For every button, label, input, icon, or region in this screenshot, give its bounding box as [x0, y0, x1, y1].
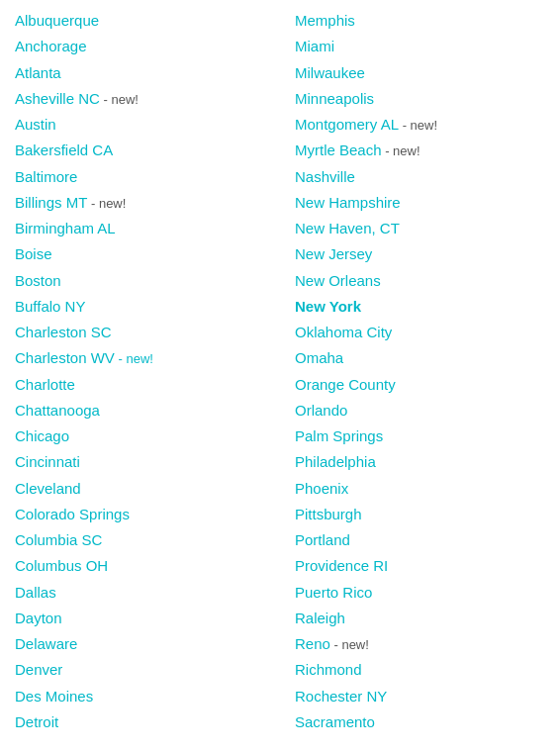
city-link[interactable]: Cleveland [15, 476, 265, 502]
city-name: Boise [15, 245, 52, 262]
city-link[interactable]: Denver [15, 657, 265, 683]
city-link[interactable]: Myrtle Beach - new! [295, 138, 545, 163]
city-link[interactable]: Detroit [15, 709, 265, 735]
city-name: Cleveland [15, 480, 81, 497]
city-link[interactable]: Charleston WV - new! [15, 345, 265, 371]
city-link[interactable]: Milwaukee [295, 60, 545, 86]
city-link[interactable]: New York [295, 294, 545, 320]
city-name: New York [295, 298, 361, 315]
city-link[interactable]: Miami [295, 34, 545, 59]
city-link[interactable]: Reno - new! [295, 631, 545, 657]
city-name: Dallas [15, 584, 56, 601]
city-link[interactable]: Charleston SC [15, 320, 265, 345]
city-link[interactable]: Orange County [295, 372, 545, 398]
city-link[interactable]: Baltimore [15, 164, 265, 190]
city-link[interactable]: Austin [15, 112, 265, 138]
city-link[interactable]: Colorado Springs [15, 502, 265, 527]
city-link[interactable]: Oklahoma City [295, 320, 545, 345]
city-link[interactable]: Richmond [295, 657, 545, 683]
city-link[interactable]: Puerto Rico [295, 580, 545, 606]
city-name: Cincinnati [15, 453, 80, 470]
city-link[interactable]: Chattanooga [15, 398, 265, 424]
city-name: Orange County [295, 376, 396, 393]
city-name: Miami [295, 38, 334, 54]
new-badge: - new! [100, 92, 139, 107]
city-link[interactable]: Orlando [295, 398, 545, 424]
city-name: Charleston SC [15, 324, 112, 340]
city-link[interactable]: New Orleans [295, 268, 545, 294]
city-name: Des Moines [15, 688, 93, 705]
city-link[interactable]: Albuquerque [15, 8, 265, 34]
city-link[interactable]: Buffalo NY [15, 294, 265, 320]
city-name: Myrtle Beach [295, 141, 382, 158]
city-name: Rochester NY [295, 688, 387, 705]
city-link[interactable]: Rochester NY [295, 684, 545, 709]
city-link[interactable]: Montgomery AL - new! [295, 112, 545, 138]
city-link[interactable]: Phoenix [295, 476, 545, 502]
city-link[interactable]: New Haven, CT [295, 216, 545, 241]
new-badge: - new! [399, 118, 437, 133]
city-link[interactable]: Palm Springs [295, 424, 545, 449]
city-name: Providence RI [295, 557, 388, 574]
city-link[interactable]: Delaware [15, 631, 265, 657]
city-link[interactable]: Des Moines [15, 684, 265, 709]
city-link[interactable]: Columbia SC [15, 527, 265, 553]
city-link[interactable]: Boston [15, 268, 265, 294]
city-name: Montgomery AL [295, 116, 399, 133]
city-link[interactable]: Sacramento [295, 709, 545, 735]
city-name: Austin [15, 116, 56, 133]
city-name: Omaha [295, 349, 343, 366]
city-name: Denver [15, 661, 62, 678]
city-link[interactable]: Bakersfield CA [15, 138, 265, 163]
city-link[interactable]: Asheville NC - new! [15, 86, 265, 112]
city-link[interactable]: Omaha [295, 345, 545, 371]
city-name: Buffalo NY [15, 298, 85, 315]
city-link[interactable]: Billings MT - new! [15, 190, 265, 216]
city-link[interactable]: Charlotte [15, 372, 265, 398]
city-link[interactable]: Nashville [295, 164, 545, 190]
city-link[interactable]: Portland [295, 527, 545, 553]
city-name: Portland [295, 531, 350, 548]
city-name: Billings MT [15, 194, 87, 211]
city-name: New Haven, CT [295, 220, 400, 236]
city-link[interactable]: New Jersey [295, 241, 545, 267]
city-name: Boston [15, 272, 61, 289]
city-link[interactable]: Pittsburgh [295, 502, 545, 527]
city-name: Minneapolis [295, 90, 374, 107]
city-name: Milwaukee [295, 64, 365, 81]
city-link[interactable]: Atlanta [15, 60, 265, 86]
city-link[interactable]: Raleigh [295, 606, 545, 631]
city-link[interactable]: Birmingham AL [15, 216, 265, 241]
city-link[interactable]: Boise [15, 241, 265, 267]
city-name: Birmingham AL [15, 220, 116, 236]
city-link[interactable]: Dallas [15, 580, 265, 606]
new-badge: - new! [330, 637, 369, 652]
cities-container: AlbuquerqueAnchorageAtlantaAsheville NC … [0, 0, 560, 743]
city-name: Colorado Springs [15, 506, 130, 522]
city-link[interactable]: Memphis [295, 8, 545, 34]
city-link[interactable]: Philadelphia [295, 449, 545, 475]
city-name: Charleston WV [15, 349, 115, 366]
city-link[interactable]: Dayton [15, 606, 265, 631]
city-name: Baltimore [15, 168, 77, 185]
city-name: Anchorage [15, 38, 87, 54]
city-link[interactable]: Providence RI [295, 553, 545, 579]
city-link[interactable]: Anchorage [15, 34, 265, 59]
city-link[interactable]: New Hampshire [295, 190, 545, 216]
city-name: Charlotte [15, 376, 75, 393]
city-name: Richmond [295, 661, 362, 678]
city-name: Phoenix [295, 480, 348, 497]
city-link[interactable]: Cincinnati [15, 449, 265, 475]
city-link[interactable]: Columbus OH [15, 553, 265, 579]
city-name: Orlando [295, 402, 347, 419]
city-name: Philadelphia [295, 453, 376, 470]
city-name: Albuquerque [15, 12, 99, 29]
city-link[interactable]: Chicago [15, 424, 265, 449]
city-name: Reno [295, 635, 330, 652]
city-name: Pittsburgh [295, 506, 362, 522]
city-name: Delaware [15, 635, 77, 652]
city-name: Asheville NC [15, 90, 100, 107]
new-badge: - new! [115, 351, 153, 366]
city-link[interactable]: Minneapolis [295, 86, 545, 112]
city-name: New Orleans [295, 272, 381, 289]
